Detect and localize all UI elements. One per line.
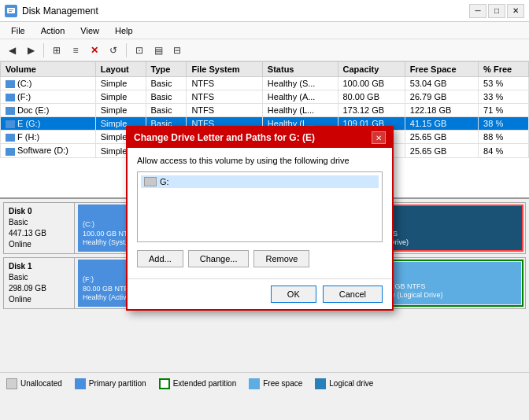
legend-free: Free space xyxy=(249,378,302,389)
cell-pct: 84 % xyxy=(479,144,529,157)
cell-volume: Doc (E:) xyxy=(1,104,96,117)
cancel-button[interactable]: Cancel xyxy=(323,286,383,303)
cell-free: 122.18 GB xyxy=(405,104,478,117)
dialog-list-item[interactable]: G: xyxy=(141,175,379,188)
legend: Unallocated Primary partition Extended p… xyxy=(0,372,529,394)
cell-type: Basic xyxy=(146,104,187,117)
maximize-button[interactable]: □ xyxy=(488,4,505,18)
legend-extended: Extended partition xyxy=(159,378,237,389)
window-controls: ─ □ ✕ xyxy=(469,4,524,18)
dialog-action-buttons: Add... Change... Remove xyxy=(137,250,383,267)
legend-free-box xyxy=(249,378,260,389)
dialog-body: Allow access to this volume by using the… xyxy=(128,148,392,278)
col-layout: Layout xyxy=(95,62,146,77)
cell-free: 25.65 GB xyxy=(405,144,478,157)
legend-logical-box xyxy=(315,378,326,389)
legend-primary: Primary partition xyxy=(75,378,146,389)
disk-1-name: Disk 1 xyxy=(9,261,69,272)
svg-rect-0 xyxy=(7,8,15,13)
legend-extended-label: Extended partition xyxy=(173,379,237,388)
col-free: Free Space xyxy=(405,62,478,77)
col-status: Status xyxy=(262,62,338,77)
cell-type: Basic xyxy=(146,77,187,90)
cell-free: 26.79 GB xyxy=(405,90,478,104)
cell-status: Healthy (S... xyxy=(262,77,338,90)
disk-1-label: Disk 1 Basic 298.09 GB Online xyxy=(4,258,75,308)
disk-1-size: 298.09 GB xyxy=(9,283,69,294)
legend-primary-box xyxy=(75,378,86,389)
menu-view[interactable]: View xyxy=(74,24,105,37)
toolbar-btn-7[interactable]: ⊡ xyxy=(131,42,148,59)
remove-button[interactable]: Remove xyxy=(253,250,309,267)
svg-rect-1 xyxy=(9,9,13,10)
col-volume: Volume xyxy=(1,62,96,77)
disk-0-type: Basic xyxy=(9,217,69,228)
cell-pct: 33 % xyxy=(479,90,529,104)
cell-status: Healthy (L... xyxy=(262,104,338,117)
drive-icon xyxy=(144,177,157,186)
cell-layout: Simple xyxy=(95,77,146,90)
cell-volume: F (H:) xyxy=(1,131,96,144)
col-type: Type xyxy=(146,62,187,77)
cell-pct: 53 % xyxy=(479,77,529,90)
legend-logical-label: Logical drive xyxy=(329,379,373,388)
dialog-title-controls: ✕ xyxy=(372,131,386,144)
close-button[interactable]: ✕ xyxy=(507,4,524,18)
table-row[interactable]: (C:) Simple Basic NTFS Healthy (S... 100… xyxy=(1,77,529,90)
menu-file[interactable]: File xyxy=(5,24,31,37)
ok-button[interactable]: OK xyxy=(271,286,316,303)
cell-volume: E (G:) xyxy=(1,117,96,131)
dialog-list-item-label: G: xyxy=(160,177,169,186)
minimize-button[interactable]: ─ xyxy=(469,4,486,18)
dialog-close-button[interactable]: ✕ xyxy=(372,131,386,144)
dialog-title-bar: Change Drive Letter and Paths for G: (E)… xyxy=(128,127,392,148)
cell-fs: NTFS xyxy=(187,77,262,90)
table-row[interactable]: Doc (E:) Simple Basic NTFS Healthy (L...… xyxy=(1,104,529,117)
cell-fs: NTFS xyxy=(187,104,262,117)
menu-action[interactable]: Action xyxy=(35,24,72,37)
delete-button[interactable]: ✕ xyxy=(86,42,103,59)
legend-logical: Logical drive xyxy=(315,378,373,389)
dialog-description: Allow access to this volume by using the… xyxy=(137,156,383,165)
dialog-footer: OK Cancel xyxy=(128,278,392,309)
disk-0-label: Disk 0 Basic 447.13 GB Online xyxy=(4,203,75,253)
toolbar-btn-3[interactable]: ⊞ xyxy=(48,42,65,59)
cell-pct: 88 % xyxy=(479,131,529,144)
disk-0-name: Disk 0 xyxy=(9,206,69,217)
cell-free: 25.65 GB xyxy=(405,131,478,144)
col-pct: % Free xyxy=(479,62,529,77)
cell-volume: (C:) xyxy=(1,77,96,90)
menu-help[interactable]: Help xyxy=(109,24,139,37)
cell-capacity: 173.12 GB xyxy=(338,104,405,117)
cell-volume: Software (D:) xyxy=(1,144,96,157)
legend-unallocated-box xyxy=(6,378,17,389)
legend-extended-box xyxy=(159,378,170,389)
disk-1-status: Online xyxy=(9,294,69,305)
toolbar-btn-4[interactable]: ≡ xyxy=(67,42,84,59)
toolbar-sep-1 xyxy=(43,43,44,57)
cell-layout: Simple xyxy=(95,104,146,117)
disk-0-size: 447.13 GB xyxy=(9,228,69,239)
cell-layout: Simple xyxy=(95,90,146,104)
table-row[interactable]: (F:) Simple Basic NTFS Healthy (A... 80.… xyxy=(1,90,529,104)
legend-unallocated-label: Unallocated xyxy=(20,379,62,388)
toolbar-sep-2 xyxy=(126,43,127,57)
cell-pct: 71 % xyxy=(479,104,529,117)
cell-free: 53.04 GB xyxy=(405,77,478,90)
app-icon xyxy=(5,5,17,17)
dialog-title-text: Change Drive Letter and Paths for G: (E) xyxy=(134,132,315,143)
cell-free: 41.15 GB xyxy=(405,117,478,131)
cell-capacity: 100.00 GB xyxy=(338,77,405,90)
change-button[interactable]: Change... xyxy=(188,250,250,267)
cell-status: Healthy (A... xyxy=(262,90,338,104)
toolbar-btn-9[interactable]: ⊟ xyxy=(168,42,186,59)
toolbar-btn-8[interactable]: ▤ xyxy=(150,42,167,59)
back-button[interactable]: ◀ xyxy=(3,42,20,59)
cell-volume: (F:) xyxy=(1,90,96,104)
forward-button[interactable]: ▶ xyxy=(22,42,39,59)
add-button[interactable]: Add... xyxy=(137,250,183,267)
legend-primary-label: Primary partition xyxy=(89,379,146,388)
cell-fs: NTFS xyxy=(187,90,262,104)
refresh-button[interactable]: ↺ xyxy=(105,42,122,59)
cell-type: Basic xyxy=(146,90,187,104)
